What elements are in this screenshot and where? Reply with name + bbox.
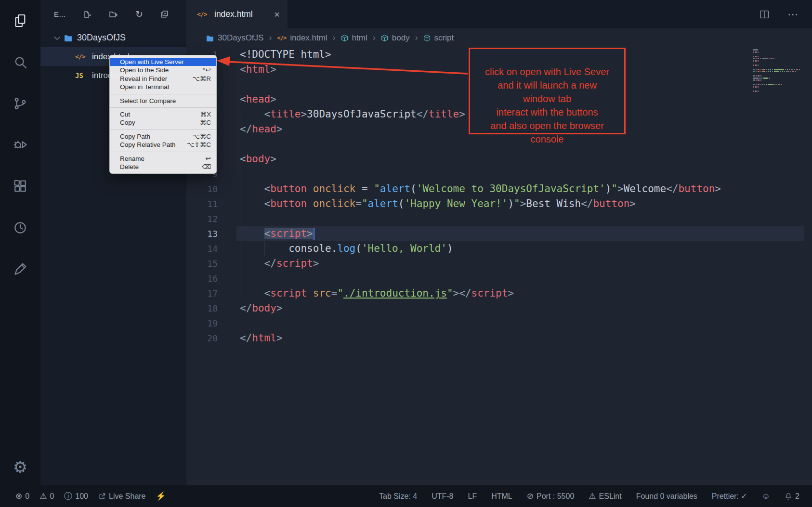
chevron-down-icon (54, 34, 60, 40)
code-line-8[interactable]: 8<body> (186, 152, 812, 167)
bell-icon (785, 493, 792, 500)
code-text: </script> (240, 256, 319, 271)
code-line-16[interactable]: 16 (186, 271, 812, 286)
status-language-mode[interactable]: HTML (491, 492, 512, 501)
status-errors[interactable]: ⊗0 (15, 492, 29, 501)
menu-item-label: Rename (120, 155, 144, 163)
line-number: 15 (186, 256, 218, 271)
status-eslint[interactable]: ⚠ESLint (589, 492, 621, 501)
minimap[interactable] (753, 49, 799, 92)
split-editor-icon[interactable] (759, 9, 770, 20)
code-text: </head> (240, 122, 283, 137)
refresh-icon[interactable]: ↻ (135, 10, 143, 19)
status-bolt[interactable]: ⚡ (156, 492, 166, 500)
minimap-line (753, 91, 799, 92)
pen-icon[interactable] (0, 248, 40, 290)
menu-item-delete[interactable]: Delete⌫ (110, 163, 216, 171)
status-feedback[interactable]: ☺ (762, 492, 770, 500)
line-number: 14 (186, 241, 218, 256)
more-actions-icon[interactable]: ⋯ (787, 9, 799, 20)
status-notifications[interactable]: 2 (785, 492, 799, 501)
code-icon: </> (277, 35, 286, 41)
code-line-7[interactable]: 7 (186, 137, 812, 152)
code-text: <script> (240, 226, 314, 241)
line-number: 19 (186, 316, 218, 331)
explorer-icon[interactable] (0, 0, 40, 41)
indent-guide (240, 167, 240, 182)
menu-item-select-for-compare[interactable]: Select for Compare (110, 97, 216, 105)
status-left: ⊗0⚠0ⓘ100Live Share⚡ (0, 492, 166, 501)
breadcrumb-30daysofjs[interactable]: 30DaysOfJS (206, 33, 263, 43)
menu-item-rename[interactable]: Rename↩ (110, 155, 216, 163)
settings-gear-icon[interactable]: ⚙ (0, 459, 40, 475)
code-text: <body> (240, 152, 276, 167)
status-variables[interactable]: Found 0 variables (636, 492, 697, 501)
menu-item-label: Open to the Side (120, 66, 169, 74)
code-line-14[interactable]: 14 console.log('Hello, World') (186, 241, 812, 256)
status-info[interactable]: ⓘ100 (64, 492, 88, 501)
menu-item-open-in-terminal[interactable]: Open in Terminal (110, 83, 216, 91)
collapse-folders-icon[interactable] (160, 10, 169, 18)
source-control-icon[interactable] (0, 83, 40, 124)
indent-guide (240, 271, 240, 286)
code-text: <title>30DaysOfJavaScript</title> (240, 107, 465, 122)
info-icon: ⓘ (64, 492, 72, 500)
status-eol[interactable]: LF (468, 492, 477, 501)
breadcrumb-script[interactable]: script (423, 33, 454, 43)
status-prettier[interactable]: Prettier: ✓ (712, 492, 747, 501)
explorer-header: E... ↻ (40, 0, 186, 28)
status-warnings[interactable]: ⚠0 (39, 492, 54, 501)
annotation-text: click on open with Live Sever and it wil… (485, 66, 609, 144)
breadcrumb-separator-icon: › (269, 33, 272, 43)
menu-item-open-to-the-side[interactable]: Open to the Side^↩ (110, 66, 216, 74)
status-live-share[interactable]: Live Share (98, 492, 146, 501)
warning-icon: ⚠ (39, 492, 47, 500)
menu-separator (110, 107, 216, 108)
status-encoding[interactable]: UTF-8 (432, 492, 453, 501)
status-label: ESLint (599, 492, 622, 501)
folder-icon (206, 35, 214, 41)
new-folder-icon[interactable] (109, 11, 118, 18)
extensions-icon[interactable] (0, 166, 40, 207)
minimap-line (753, 65, 799, 66)
search-icon[interactable] (0, 41, 40, 83)
status-label: 0 (50, 492, 54, 501)
new-file-icon[interactable] (83, 10, 92, 19)
menu-shortcut: ↩ (206, 155, 211, 163)
breadcrumb-html[interactable]: html (341, 33, 367, 43)
code-line-13[interactable]: 13 <script> (186, 226, 812, 241)
code-line-17[interactable]: 17 <script src="./introduction.js"></scr… (186, 286, 812, 301)
run-debug-icon[interactable] (0, 124, 40, 166)
code-line-11[interactable]: 11 <button onclick="alert('Happy New Yea… (186, 196, 812, 211)
tab-index-html[interactable]: </> index.html × (186, 0, 288, 28)
folder-row-30daysofjs[interactable]: 30DaysOfJS (40, 28, 186, 47)
menu-item-copy[interactable]: Copy⌘C (110, 118, 216, 127)
code-line-12[interactable]: 12 (186, 211, 812, 226)
status-label: 0 (25, 492, 29, 501)
menu-item-copy-path[interactable]: Copy Path⌥⌘C (110, 132, 216, 141)
menu-item-reveal-in-finder[interactable]: Reveal in Finder⌥⌘R (110, 75, 216, 83)
minimap-line (753, 60, 799, 62)
code-line-19[interactable]: 19 (186, 316, 812, 331)
minimap-line (753, 66, 799, 68)
history-clock-icon[interactable] (0, 207, 40, 248)
code-line-20[interactable]: 20</html> (186, 331, 812, 346)
breadcrumb-index-html[interactable]: </>index.html (277, 33, 327, 43)
code-line-9[interactable]: 9 (186, 167, 812, 182)
editor-actions: ⋯ (759, 9, 812, 20)
status-label: 2 (795, 492, 799, 501)
activity-bar: ⚙ (0, 0, 40, 485)
folder-icon (64, 34, 72, 41)
code-line-10[interactable]: 10 <button onclick = "alert('Welcome to … (186, 182, 812, 196)
menu-item-label: Delete (120, 163, 139, 171)
menu-item-open-with-live-server[interactable]: Open with Live Server (110, 58, 216, 66)
menu-item-copy-relative-path[interactable]: Copy Relative Path⌥⇧⌘C (110, 141, 216, 149)
status-port[interactable]: ⊘Port : 5500 (527, 492, 575, 501)
line-number: 10 (186, 182, 218, 196)
breadcrumb-body[interactable]: body (381, 33, 410, 43)
close-icon[interactable]: × (274, 10, 280, 19)
code-line-15[interactable]: 15 </script> (186, 256, 812, 271)
status-tab-size[interactable]: Tab Size: 4 (379, 492, 417, 501)
code-line-18[interactable]: 18</body> (186, 301, 812, 316)
menu-item-cut[interactable]: Cut⌘X (110, 110, 216, 118)
